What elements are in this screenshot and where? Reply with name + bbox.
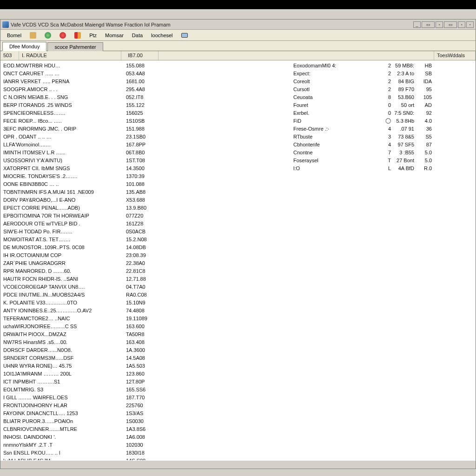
table-row[interactable]: DORV PAY&ROABO,...I E-ANOX53.688 [0, 196, 290, 204]
toolbar-momsar[interactable]: Momsar [101, 32, 127, 39]
table-row[interactable]: FRONTIJOINHORNY HLAR225760 [0, 401, 290, 409]
toolbar-monitor[interactable] [178, 32, 192, 39]
left-panel[interactable]: EOD.MOWTRBR HDU…155.088ONCT CARURET ….. … [0, 60, 290, 460]
table-row[interactable]: IH IR.OCTOIANIUM COP23:08.39 [0, 251, 290, 259]
table-row[interactable]: 3EFC INRORMNG JMC. . ORIP151.988 [0, 125, 290, 132]
toolbar-record[interactable] [56, 31, 70, 40]
col-header-3[interactable]: IB7.00 [121, 51, 159, 60]
table-row[interactable]: VCOECOROEGAP TANVIX UN8….04.T7A0 [0, 283, 290, 291]
table-row[interactable]: OPR . ODANT .. .. …23.1SB0 [0, 132, 290, 140]
col-header-2[interactable]: I. RADULE [19, 51, 121, 60]
table-row[interactable]: TOBNTINMRN IFS A.MUAI 161 .NE009135.AB8 [0, 188, 290, 196]
table-row[interactable]: FAYOINK DINACNCTLL…. 12531S3/AS [0, 409, 290, 417]
row-label: EOD.MOWTRBR HDU… [0, 63, 121, 68]
table-row[interactable]: MIOCRIE. TONDAYSE'S .2…….1370:39 [0, 172, 290, 180]
table-row[interactable]: K. POLANITE V33….………0TO15.10N9 [0, 298, 290, 306]
row-value: 052.IT8 [121, 94, 154, 100]
toolbar-folder[interactable] [26, 31, 40, 40]
table-row[interactable]: I GILL ..…… WAIRFEL.OES187.T70 [0, 393, 290, 401]
table-row[interactable]: NW7RS HinarsMS .s5.…00.163.408 [0, 338, 290, 346]
stat-row[interactable]: EoxodomamMI0 4:259 MB8:HB [291, 61, 470, 69]
stat-row[interactable]: Cursotl289 F7095 [291, 85, 470, 93]
table-row[interactable]: SOOGPR.AMIOCR .. . .295.4A8 [0, 85, 290, 93]
table-row[interactable]: IMINTH ITOMSEV L.R …...06T.8B0 [0, 148, 290, 156]
toolbar-chart[interactable] [71, 31, 85, 40]
table-row[interactable]: 1OI1JA'IMRANM ……… 200L123.860 [0, 370, 290, 377]
toolbar-ptz[interactable]: Ptz [86, 32, 100, 39]
toolbar-data[interactable]: Data [128, 32, 146, 39]
stat-row[interactable]: l:OL4A BfDR.0 [291, 164, 470, 172]
stat-v1: 2 [384, 86, 391, 92]
table-row[interactable]: CLBNRIOVCINNER…....MTLRE1A3.8S6 [0, 425, 290, 433]
aux-button-2[interactable]: ▭ [444, 21, 457, 28]
table-row[interactable]: C N.OIRN MEIAB.E. . . SNG052.IT8 [0, 93, 290, 101]
table-row[interactable]: SRNDERT CORMS3M…..DSF14.5A08 [0, 354, 290, 362]
table-row[interactable]: SPENCIEORNELESS…….156025 [0, 109, 290, 117]
table-row[interactable]: EPECT CORRE PENAL.…..ADB)13.9.B80 [0, 204, 290, 212]
stat-row[interactable]: Frese-Osmre .:·4.07 9136 [291, 125, 470, 132]
table-row[interactable]: USOSSORIVI Y'A'AINTU)1ST.T08 [0, 156, 290, 164]
table-row[interactable]: OONE EBIN3BB0C … ..101.088 [0, 180, 290, 188]
stat-row[interactable]: FoserayselT27 Bont5.0 [291, 156, 470, 164]
stat-row[interactable]: Cbhontenfe497 SF587 [291, 140, 470, 148]
table-row[interactable]: INHOSI. DAINDONKI '.1A6.008 [0, 433, 290, 441]
table-row[interactable]: Ssn ENSLL PKOU….. .. l1830I18 [0, 449, 290, 456]
tab-dfee-monduy[interactable]: Dfee Monduy [2, 42, 46, 51]
table-row[interactable]: DE MUNOSTOR..109R..PTS. 0C0814.08DB [0, 243, 290, 251]
table-row[interactable]: uchaWIRJONOIREE….…..C SS163.600 [0, 322, 290, 330]
table-row[interactable]: ICT INPMBHT ……….S112T.80P [0, 377, 290, 385]
table-row[interactable]: LLFA'Wornoinol….…167.8PP [0, 140, 290, 148]
stat-row[interactable]: FiD◯5.3 8Hb4.0 [291, 117, 470, 125]
table-row[interactable]: EPBOITIOMINA 7OR TH HORWEAIP077Z20 [0, 212, 290, 219]
table-row[interactable]: SIW'E-H TODAD Po. FIR…….0S0ACB [0, 227, 290, 235]
folder-icon [30, 32, 36, 39]
aux-button-1[interactable]: ▫ [436, 21, 443, 28]
aux-button-3[interactable]: ▫ [458, 21, 465, 28]
table-row[interactable]: XATORPRT CII. IbMM SNGS14.3500 [0, 164, 290, 172]
restore-button[interactable]: ▭ [422, 21, 435, 28]
stat-row[interactable]: Fouret050 ortAD [291, 101, 470, 109]
toolbar-home[interactable]: Bomel [3, 32, 25, 39]
table-row[interactable]: ANTY IONINBES.E..25.…….…..O.AV274.4808 [0, 306, 290, 314]
table-row[interactable]: DORSCF DARDER…...N0O8.1A.3600 [0, 346, 290, 354]
stat-row[interactable]: RTbuste373 8&5S5 [291, 132, 470, 140]
close-button[interactable]: ▫ [466, 21, 474, 28]
tab-scoce-pahrmenter[interactable]: scoce Pahrmenter [47, 42, 103, 51]
table-row[interactable]: UHNR WYRA RONE}… 45.751A5.503 [0, 362, 290, 370]
stat-v2: 84 BIG [391, 79, 416, 84]
table-row[interactable]: AERODOUR OTE w/TVELP BID .161Z28 [0, 219, 290, 227]
table-row[interactable]: BERP ITORANDS .25 WINDS155.122 [0, 101, 290, 109]
table-row[interactable]: ZAR`PHIE UNAGRADGRR22.38A0 [0, 259, 290, 267]
col-header-1[interactable]: 503 [0, 51, 19, 60]
table-row[interactable]: EOLMTMRIG. S3165.SS6 [0, 385, 290, 393]
stat-row[interactable]: Cnontne73 :B555.0 [291, 148, 470, 156]
table-row[interactable]: EOD.MOWTRBR HDU…155.088 [0, 61, 290, 69]
table-row[interactable]: FECE ROEP... IBco... …..1S10SB [0, 117, 290, 125]
table-row[interactable]: nnmnoYIskMY .2.T .T102030 [0, 441, 290, 449]
table-row[interactable]: BLIATR PUROR.3.…..POAlOn1S0030 [0, 417, 290, 425]
toolbar-loochesel[interactable]: loochesel [147, 32, 176, 39]
table-row[interactable]: MOWOITRAT AT.S. TET…….15.2.N08 [0, 235, 290, 243]
table-row[interactable]: DRWAITH PIOOX...DMZAZTA50R8 [0, 330, 290, 338]
stat-row[interactable]: Expect:22:3 A toSB [291, 69, 470, 77]
table-row[interactable]: k.:M.LARLIB E4GJM…..14S.S08 [0, 456, 290, 460]
row-label: SOOGPR.AMIOCR .. . . [0, 86, 121, 92]
minimize-button[interactable]: _ [413, 21, 421, 28]
row-value: 167.8PP [121, 142, 154, 147]
stat-row[interactable]: Exrbel.07:5 SN0:92 [291, 109, 470, 117]
row-value: 163.600 [121, 324, 154, 329]
row-label: K. POLANITE V33….………0TO [0, 300, 121, 305]
right-panel[interactable]: EoxodomamMI0 4:259 MB8:HBExpect:22:3 A t… [290, 60, 476, 460]
stat-row[interactable]: Coreolt284 BIGIDA [291, 77, 470, 85]
row-value: 1S3/AS [121, 410, 154, 416]
toolbar-globe[interactable] [41, 31, 55, 40]
table-row[interactable]: RPR MANRORED. D ...….60.22.81C8 [0, 267, 290, 275]
table-row[interactable]: TEFERAMCTORE2… ..NAIC19.11089 [0, 314, 290, 322]
row-label: USOSSORIVI Y'A'AINTU) [0, 158, 121, 163]
col-header-right[interactable]: ToesWddals [434, 51, 476, 60]
table-row[interactable]: ONCT CARURET ….. …053.4A8 [0, 69, 290, 77]
stat-row[interactable]: Ceuoata853.B60105 [291, 93, 470, 101]
table-row[interactable]: IANRR VERKET ….. PERNA1681.00 [0, 77, 290, 85]
table-row[interactable]: PDCE IINUTME..IN...MUOBS2A4/SRA0.C08 [0, 291, 290, 298]
table-row[interactable]: HAUTR FOCN RHIDR-lS. ..SANI12.71.88 [0, 275, 290, 283]
